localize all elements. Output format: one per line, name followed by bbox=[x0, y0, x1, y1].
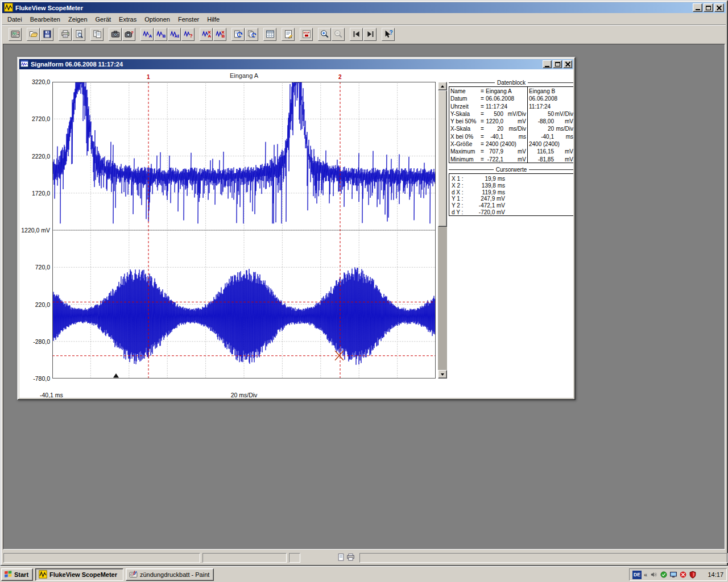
close-button[interactable] bbox=[714, 3, 724, 12]
minimize-button[interactable] bbox=[693, 3, 702, 12]
cursorwerte-panel: Cursorwerte X 1 :19,9 msX 2 :139,8 msd X… bbox=[449, 166, 573, 216]
taskbar-clock[interactable]: 14:17 bbox=[708, 571, 723, 578]
read-waveform-a-button[interactable]: A bbox=[140, 28, 154, 41]
menu-zeigen[interactable]: Zeigen bbox=[64, 15, 92, 24]
signal-minimize-button[interactable] bbox=[543, 60, 552, 68]
datenblock-row-b: 116,15mV bbox=[529, 148, 573, 155]
toolbar-separator bbox=[377, 34, 382, 35]
first-screen-button[interactable] bbox=[350, 28, 363, 41]
print-page-icon bbox=[337, 553, 345, 563]
last-screen-button[interactable] bbox=[363, 28, 377, 41]
spreadsheet-view-button[interactable] bbox=[263, 28, 276, 41]
print-preview-button[interactable] bbox=[72, 28, 85, 41]
display-settings-icon[interactable] bbox=[669, 571, 677, 579]
y-axis-label: 2720,0 bbox=[19, 115, 50, 122]
y-axis-label: 720,0 bbox=[19, 264, 50, 271]
menu-fenster[interactable]: Fenster bbox=[174, 15, 203, 24]
toolbar-separator bbox=[227, 34, 231, 35]
read-waveform-b-button[interactable]: B bbox=[154, 28, 167, 41]
waveform-plot[interactable] bbox=[52, 82, 436, 379]
maximize-button[interactable] bbox=[704, 3, 713, 12]
datenblock-table: Name=Eingang ADatum=06.06.2008Uhrzeit=11… bbox=[449, 86, 573, 163]
windows-logo-icon bbox=[4, 570, 13, 580]
plot-vertical-scrollbar[interactable] bbox=[438, 82, 447, 379]
paint-icon bbox=[129, 570, 138, 580]
connect-instrument-button[interactable] bbox=[9, 28, 22, 41]
read-waveform-ab-button[interactable]: AB bbox=[168, 28, 181, 41]
task-label: FlukeView ScopeMeter bbox=[49, 571, 117, 578]
cursorwerte-row: X 2 :139,8 ms bbox=[452, 182, 573, 189]
toolbar-separator bbox=[277, 34, 282, 35]
datenblock-row: X bei 0%=-40,1ms bbox=[450, 133, 526, 140]
antivirus-icon[interactable] bbox=[679, 571, 687, 579]
signal-close-button[interactable] bbox=[563, 60, 572, 68]
status-bar bbox=[2, 551, 726, 564]
task-label: zündungdruckbatt - Paint bbox=[140, 571, 209, 578]
y-axis-label: 1720,0 bbox=[19, 190, 50, 197]
app-icon bbox=[4, 3, 13, 13]
read-waveform-options-button[interactable]: ? bbox=[181, 28, 195, 41]
signal-window-titlebar[interactable]: Signalform 06.06.2008 11:17:24 bbox=[19, 59, 573, 69]
svg-text:A: A bbox=[148, 34, 152, 39]
close-icon bbox=[717, 6, 722, 10]
signal-window: Signalform 06.06.2008 11:17:24 Eingang A… bbox=[17, 57, 576, 400]
cursorwerte-row: Y 2 :-472,1 mV bbox=[452, 202, 573, 209]
divider bbox=[528, 82, 573, 83]
task-flukeview[interactable]: FlukeView ScopeMeter bbox=[35, 568, 123, 581]
cursorwerte-row: d Y :-720,0 mV bbox=[452, 209, 573, 216]
waveform-canvas bbox=[52, 82, 436, 379]
status-panel bbox=[3, 553, 200, 563]
replay-button[interactable] bbox=[231, 28, 245, 41]
datenblock-row-b: 2400 (2400) bbox=[529, 140, 573, 148]
stop-record-button[interactable]: STOP bbox=[300, 28, 313, 41]
tray-collapse-icon[interactable]: « bbox=[643, 571, 648, 578]
cursorwerte-table: X 1 :19,9 msX 2 :139,8 msd X :119,9 msY … bbox=[449, 173, 573, 216]
print-button[interactable] bbox=[59, 28, 72, 41]
open-button[interactable] bbox=[27, 28, 40, 41]
up-arrow-icon bbox=[441, 85, 444, 88]
menu-optionen[interactable]: Optionen bbox=[140, 15, 174, 24]
signal-window-title: Signalform 06.06.2008 11:17:24 bbox=[31, 61, 543, 68]
save-button[interactable] bbox=[40, 28, 53, 41]
replay-all-button[interactable] bbox=[245, 28, 258, 41]
clear-waveform-b-button[interactable]: B bbox=[213, 28, 226, 41]
start-button[interactable]: Start bbox=[1, 568, 33, 581]
scroll-up-button[interactable] bbox=[438, 82, 447, 90]
system-tray: DE « 14:17 bbox=[629, 568, 727, 581]
svg-text:?: ? bbox=[189, 33, 192, 39]
guard-icon[interactable] bbox=[688, 571, 697, 579]
datenblock-row: Minimum=-722,1mV bbox=[450, 156, 526, 163]
cursorwerte-row: d X :119,9 ms bbox=[452, 189, 573, 196]
context-help-button[interactable]: ? bbox=[382, 28, 395, 41]
app-titlebar[interactable]: FlukeView ScopeMeter bbox=[2, 2, 726, 13]
svg-text:STOP: STOP bbox=[303, 31, 309, 34]
cursor-1-label[interactable]: 1 bbox=[147, 74, 150, 80]
agent-icon[interactable] bbox=[659, 571, 668, 579]
signal-maximize-button[interactable] bbox=[553, 60, 562, 68]
scroll-down-button[interactable] bbox=[438, 370, 447, 379]
task-paint[interactable]: zündungdruckbatt - Paint bbox=[126, 568, 214, 581]
zoom-in-button[interactable] bbox=[318, 28, 331, 41]
menu-datei[interactable]: Datei bbox=[3, 15, 26, 24]
cursorwerte-row: X 1 :19,9 ms bbox=[452, 176, 573, 182]
menu-hilfe[interactable]: Hilfe bbox=[203, 15, 224, 24]
language-indicator[interactable]: DE bbox=[632, 571, 642, 579]
column-divider bbox=[527, 87, 528, 163]
clear-waveform-a-button[interactable]: A bbox=[200, 28, 213, 41]
svg-text:B: B bbox=[221, 34, 225, 39]
screen-capture-button[interactable] bbox=[109, 28, 122, 41]
menu-bearbeiten[interactable]: Bearbeiten bbox=[26, 15, 64, 24]
notes-button[interactable] bbox=[282, 28, 295, 41]
volume-icon[interactable] bbox=[650, 571, 658, 579]
scrollbar-thumb[interactable] bbox=[438, 90, 447, 227]
datenblock-panel: Datenblock Name=Eingang ADatum=06.06.200… bbox=[449, 79, 573, 163]
y-axis-label: -780,0 bbox=[19, 375, 50, 382]
menu-extras[interactable]: Extras bbox=[115, 15, 140, 24]
copy-button[interactable] bbox=[90, 28, 104, 41]
screen-capture-options-button[interactable]: ? bbox=[122, 28, 135, 41]
status-panel bbox=[359, 553, 728, 563]
menu-gert[interactable]: Gerät bbox=[92, 15, 115, 24]
close-icon bbox=[565, 62, 570, 66]
cursor-2-label[interactable]: 2 bbox=[338, 74, 342, 80]
app-window: FlukeView ScopeMeter DateiBearbeitenZeig… bbox=[0, 0, 728, 566]
